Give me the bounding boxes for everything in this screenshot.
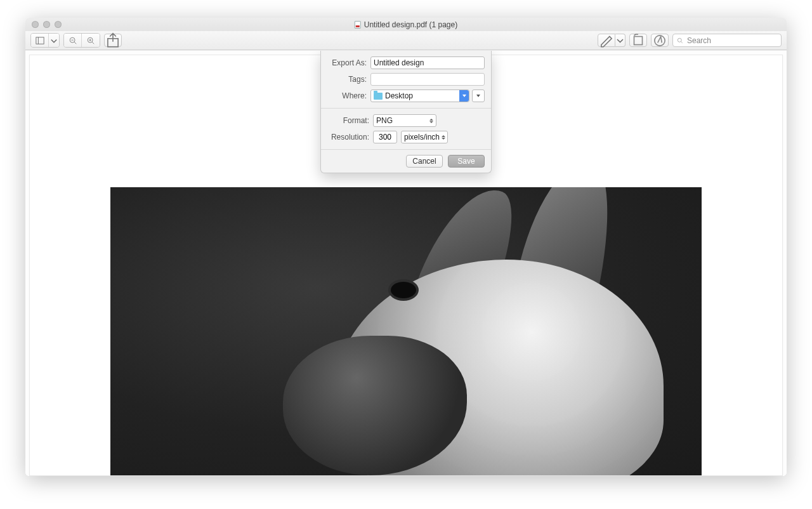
export-as-label: Export As: [327,58,367,67]
export-as-input[interactable] [370,56,485,69]
tags-label: Tags: [327,75,367,84]
preview-window: Untitled design.pdf (1 page) [25,18,787,476]
pdf-doc-icon [355,21,361,29]
stepper-caret-icon [427,119,436,123]
where-value: Desktop [385,91,413,100]
format-value: PNG [376,116,393,125]
where-select[interactable]: Desktop [370,89,469,102]
zoom-in-button[interactable] [82,34,100,47]
svg-rect-0 [36,37,43,44]
markup-button-group [598,34,625,47]
document-image [110,187,702,475]
titlebar: Untitled design.pdf (1 page) [25,18,787,31]
sidebar-view-button[interactable] [31,34,49,47]
window-title-text: Untitled design.pdf (1 page) [364,20,457,29]
toolbar: Search [25,31,787,50]
where-label: Where: [327,91,367,100]
svg-line-13 [681,41,683,43]
traffic-lights [25,21,62,28]
export-sheet: Export As: Tags: Where: Desktop [320,51,492,173]
share-button[interactable] [104,34,122,47]
view-mode-dropdown[interactable] [49,34,59,47]
format-select[interactable]: PNG [373,114,436,127]
highlight-dropdown[interactable] [615,34,625,47]
resolution-unit-select[interactable]: pixels/inch [401,131,448,143]
cancel-button[interactable]: Cancel [406,155,443,168]
svg-point-12 [678,38,681,42]
highlight-button[interactable] [598,34,615,47]
svg-point-11 [655,35,665,45]
folder-icon [374,93,383,100]
search-icon [676,37,684,44]
window-title: Untitled design.pdf (1 page) [355,20,457,29]
resolution-label: Resolution: [327,133,369,142]
document-canvas: Export As: Tags: Where: Desktop [25,50,787,476]
save-button[interactable]: Save [448,155,485,168]
svg-rect-10 [634,36,643,44]
zoom-group [63,33,100,48]
search-placeholder: Search [687,36,711,45]
svg-line-3 [74,42,76,44]
markup-toolbar-button[interactable] [651,34,669,47]
search-field[interactable]: Search [672,34,782,47]
resolution-input[interactable] [373,131,397,143]
view-mode-group [30,33,60,48]
zoom-out-button[interactable] [64,34,82,47]
stepper-caret-icon [440,135,447,140]
close-window[interactable] [32,21,39,28]
format-label: Format: [327,116,369,125]
zoom-window[interactable] [55,21,62,28]
dropdown-caret-icon [459,90,469,102]
tags-input[interactable] [370,73,485,86]
where-expand-button[interactable] [472,89,485,102]
rotate-button[interactable] [629,34,647,47]
svg-line-6 [92,42,94,44]
minimize-window[interactable] [43,21,50,28]
resolution-unit-value: pixels/inch [404,133,440,142]
